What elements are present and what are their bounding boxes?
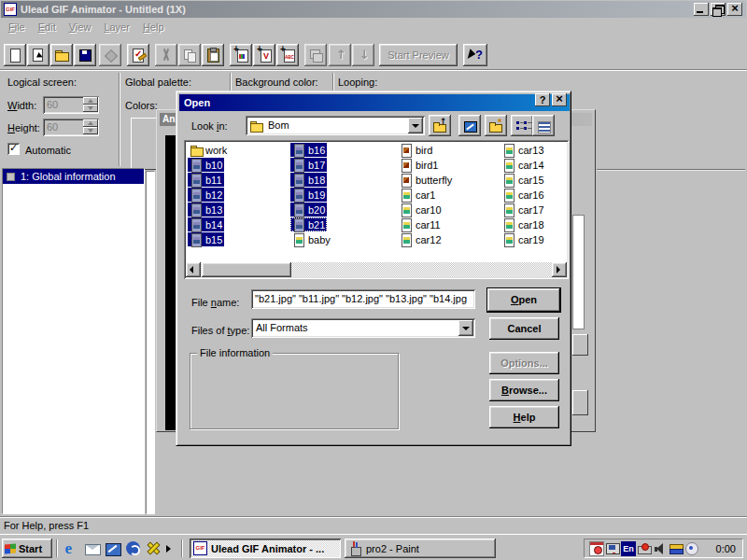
file-item-baby[interactable]: baby <box>290 232 332 246</box>
add-image-button[interactable] <box>230 44 252 66</box>
file-item-b11[interactable]: b11 <box>188 173 224 187</box>
file-item-b10[interactable]: b10 <box>188 158 224 172</box>
start-button[interactable]: Start <box>2 539 52 558</box>
image-file-icon <box>400 218 413 231</box>
tray-scheduler-icon[interactable] <box>589 541 604 556</box>
image-file-icon <box>190 174 203 187</box>
file-item-car12[interactable]: car12 <box>398 232 444 246</box>
file-item-butterfly[interactable]: butterfly <box>398 173 454 187</box>
file-item-work[interactable]: work <box>188 143 229 157</box>
automatic-checkbox[interactable] <box>7 143 20 155</box>
file-item-b17[interactable]: b17 <box>290 158 327 172</box>
file-item-b18[interactable]: b18 <box>290 173 327 187</box>
files-of-type-dropdown-button[interactable] <box>458 320 473 336</box>
open-button[interactable] <box>50 44 73 66</box>
tray-volume-icon[interactable] <box>653 541 668 556</box>
file-item-b16[interactable]: b16 <box>290 143 327 157</box>
file-item-car16[interactable]: car16 <box>500 188 546 202</box>
file-item-car10[interactable]: car10 <box>398 203 444 217</box>
file-name: car16 <box>518 189 544 201</box>
files-of-type-combobox[interactable]: All Formats <box>251 318 475 338</box>
file-item-car17[interactable]: car17 <box>500 203 546 217</box>
desktop-button[interactable] <box>458 115 481 136</box>
tray-dialup-icon[interactable] <box>637 541 652 556</box>
file-item-b12[interactable]: b12 <box>188 188 224 202</box>
add-video-button[interactable] <box>253 44 275 66</box>
tray-language-icon[interactable]: En <box>621 541 636 556</box>
menu-layer[interactable]: Layer <box>97 20 136 36</box>
arrange-windows-icon <box>308 48 323 63</box>
look-in-combobox[interactable]: Bom <box>246 116 425 135</box>
file-item-car18[interactable]: car18 <box>500 217 546 231</box>
file-list[interactable]: workb10b11b12b13b14b15b16b17b18b19b20b21… <box>184 140 569 279</box>
add-text-button[interactable] <box>276 44 299 66</box>
tray-cd-icon[interactable] <box>684 541 699 556</box>
scroll-left-button[interactable] <box>186 262 201 277</box>
horizontal-scrollbar[interactable] <box>186 262 567 277</box>
file-item-b13[interactable]: b13 <box>188 203 224 217</box>
paste-button[interactable] <box>202 44 224 66</box>
file-item-b14[interactable]: b14 <box>188 217 224 231</box>
open-file-preview-button[interactable] <box>27 44 49 66</box>
quick-launch-view-channels[interactable] <box>123 539 143 558</box>
restore-button[interactable] <box>711 3 726 16</box>
scrollbar-thumb[interactable] <box>202 262 291 277</box>
file-item-b20[interactable]: b20 <box>290 203 327 217</box>
help-button[interactable]: Help <box>489 406 559 428</box>
tray-books-icon[interactable] <box>669 541 684 556</box>
menu-file[interactable]: File <box>2 20 32 36</box>
properties-check-icon <box>131 48 146 63</box>
paint-file-icon <box>400 174 413 187</box>
file-item-car1[interactable]: car1 <box>398 188 437 202</box>
menu-edit[interactable]: Edit <box>32 20 63 36</box>
scroll-right-button[interactable] <box>552 262 567 277</box>
up-one-level-button[interactable] <box>429 115 451 136</box>
menu-help[interactable]: Help <box>136 20 171 36</box>
quick-launch-media-app[interactable] <box>144 539 163 558</box>
arrow-right-icon <box>557 266 560 273</box>
file-item-b21[interactable]: b21 <box>290 217 327 231</box>
file-name: car14 <box>518 160 544 171</box>
close-button[interactable] <box>727 3 742 16</box>
quick-launch-outlook-express[interactable] <box>82 539 102 558</box>
file-item-car11[interactable]: car11 <box>398 217 443 231</box>
context-help-button[interactable] <box>463 44 487 66</box>
file-name-input[interactable]: "b21.jpg" "b11.jpg" "b12.jpg" "b13.jpg" … <box>251 289 475 309</box>
cancel-button[interactable]: Cancel <box>489 317 559 340</box>
tray-display-icon[interactable] <box>605 541 620 556</box>
details-view-button[interactable] <box>532 115 555 136</box>
options-button: Options... <box>489 352 559 374</box>
minimize-button[interactable] <box>694 3 709 16</box>
file-item-car13[interactable]: car13 <box>500 143 546 157</box>
file-item-b19[interactable]: b19 <box>290 188 327 202</box>
file-item-bird[interactable]: bird <box>398 143 434 157</box>
new-button[interactable] <box>4 44 26 66</box>
quick-launch-internet-explorer[interactable] <box>62 539 81 558</box>
dialog-help-button[interactable] <box>535 93 550 106</box>
quick-launch-show-desktop[interactable] <box>103 539 122 558</box>
file-item-car15[interactable]: car15 <box>500 173 546 187</box>
save-button[interactable] <box>74 44 96 66</box>
properties-button[interactable] <box>127 44 149 66</box>
file-item-b15[interactable]: b15 <box>188 232 224 246</box>
file-item-car14[interactable]: car14 <box>500 158 546 172</box>
quick-launch-overflow-button[interactable] <box>164 543 174 554</box>
open-button[interactable]: Open <box>486 287 561 313</box>
create-new-folder-button[interactable] <box>485 115 507 136</box>
layer-list[interactable]: 1: Global information <box>2 168 145 514</box>
layer-item[interactable]: 1: Global information <box>3 169 144 184</box>
file-item-car19[interactable]: car19 <box>500 232 546 246</box>
dialog-close-button[interactable] <box>552 93 567 106</box>
panel-divider <box>230 73 232 91</box>
menu-view[interactable]: View <box>63 20 98 36</box>
taskbar-task-1[interactable]: Ulead GIF Animator - ... <box>190 539 341 558</box>
file-item-bird1[interactable]: bird1 <box>398 158 440 172</box>
file-name-label: File name: <box>191 297 239 308</box>
browse-button[interactable]: Browse... <box>489 379 559 401</box>
divider <box>0 69 747 71</box>
look-in-dropdown-button[interactable] <box>408 118 423 133</box>
open-folder-icon <box>249 119 262 133</box>
desktop-icon <box>462 119 477 133</box>
list-view-button[interactable] <box>511 115 533 136</box>
taskbar-task-2[interactable]: pro2 - Paint <box>345 539 496 558</box>
